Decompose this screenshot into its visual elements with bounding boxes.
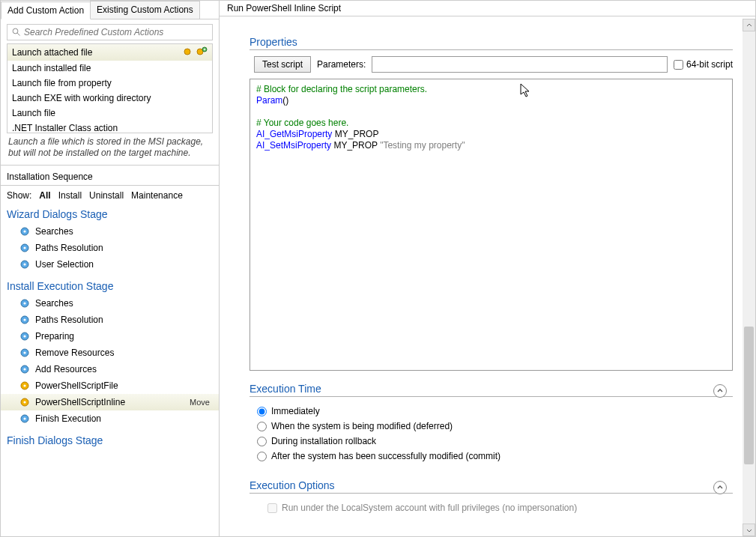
exec-opts-label: Run under the LocalSystem account with f… bbox=[282, 503, 577, 513]
tab-existing-actions[interactable]: Existing Custom Actions bbox=[90, 1, 200, 19]
stage-item[interactable]: Preparing bbox=[1, 328, 219, 345]
search-icon bbox=[12, 28, 21, 37]
stage-item-label: Finish Execution bbox=[35, 413, 101, 424]
stage-header-finish[interactable]: Finish Dialogs Stage bbox=[1, 430, 219, 448]
svg-point-8 bbox=[23, 246, 25, 249]
search-input[interactable] bbox=[24, 27, 208, 37]
stage-item-label: Paths Resolution bbox=[35, 243, 103, 253]
gear-icon bbox=[19, 258, 31, 270]
stage-item[interactable]: Searches bbox=[1, 295, 219, 312]
action-item[interactable]: .NET Installer Class action bbox=[7, 121, 212, 133]
radio-label: When the system is being modified (defer… bbox=[271, 421, 453, 431]
gear-plus-icon[interactable] bbox=[182, 46, 194, 58]
properties-row: Test script Parameters: 64-bit script bbox=[254, 56, 733, 73]
svg-point-18 bbox=[23, 351, 25, 354]
parameters-label: Parameters: bbox=[317, 59, 366, 70]
action-item[interactable]: Launch installed file bbox=[7, 61, 212, 76]
actions-list[interactable]: Launch attached file Launch installed fi… bbox=[7, 43, 213, 133]
gear-add-icon[interactable] bbox=[196, 46, 208, 58]
stage-item-label: Paths Resolution bbox=[35, 315, 103, 325]
tabs: Add Custom Action Existing Custom Action… bbox=[1, 1, 219, 19]
stage-item[interactable]: PowerShellScriptFile bbox=[1, 377, 219, 394]
stage-header-wizard[interactable]: Wizard Dialogs Stage bbox=[1, 204, 219, 222]
svg-point-20 bbox=[23, 368, 25, 370]
collapse-exec-opts[interactable] bbox=[713, 481, 727, 494]
scroll-down-icon[interactable] bbox=[743, 524, 755, 536]
right-body: Properties Test script Parameters: 64-bi… bbox=[220, 16, 755, 536]
exec-time-opt[interactable]: When the system is being modified (defer… bbox=[257, 421, 733, 431]
scroll-thumb[interactable] bbox=[744, 327, 754, 464]
stage-item[interactable]: Remove Resources bbox=[1, 345, 219, 361]
stage-item-label: Remove Resources bbox=[35, 348, 114, 358]
bit64-checkbox[interactable] bbox=[674, 60, 683, 70]
gear-icon bbox=[19, 225, 31, 237]
stage-item[interactable]: Finish Execution bbox=[1, 410, 219, 427]
svg-point-16 bbox=[23, 335, 25, 337]
svg-point-14 bbox=[23, 318, 25, 321]
svg-line-1 bbox=[17, 33, 19, 35]
left-pane: Add Custom Action Existing Custom Action… bbox=[1, 1, 220, 536]
radio-label: Immediately bbox=[271, 406, 320, 416]
svg-point-6 bbox=[23, 230, 25, 232]
collapse-exec-time[interactable] bbox=[713, 384, 727, 398]
svg-point-26 bbox=[23, 417, 25, 419]
search-box[interactable] bbox=[7, 24, 213, 40]
action-item-label: Launch attached file bbox=[12, 47, 92, 58]
tab-add-action[interactable]: Add Custom Action bbox=[1, 1, 91, 19]
action-item[interactable]: Launch file bbox=[7, 106, 212, 121]
parameters-input[interactable] bbox=[372, 56, 668, 73]
show-maintenance[interactable]: Maintenance bbox=[131, 190, 183, 201]
test-script-button[interactable]: Test script bbox=[254, 56, 311, 73]
radio-label: During installation rollback bbox=[271, 436, 376, 446]
script-editor[interactable]: # Block for declaring the script paramet… bbox=[250, 79, 733, 371]
radio-immediately[interactable] bbox=[257, 407, 267, 416]
scrollbar[interactable] bbox=[743, 19, 755, 536]
stage-item[interactable]: Add Resources bbox=[1, 361, 219, 377]
action-item[interactable]: Launch EXE with working directory bbox=[7, 91, 212, 106]
action-item-label: Launch EXE with working directory bbox=[12, 93, 151, 103]
stage-item-label: Searches bbox=[35, 298, 73, 309]
stage-item[interactable]: Searches bbox=[1, 223, 219, 240]
exec-time-opt[interactable]: After the system has been successfully m… bbox=[257, 451, 733, 461]
gear-icon bbox=[19, 413, 31, 425]
right-pane: Run PowerShell Inline Script Properties … bbox=[220, 1, 755, 536]
wizard-items: Searches Paths Resolution User Selection bbox=[1, 222, 219, 276]
action-item[interactable]: Launch attached file bbox=[7, 44, 212, 61]
show-all[interactable]: All bbox=[39, 190, 50, 201]
gear-icon bbox=[19, 297, 31, 309]
stage-item-label: PowerShellScriptFile bbox=[35, 380, 118, 391]
stage-item-label: Searches bbox=[35, 226, 73, 237]
radio-commit[interactable] bbox=[257, 452, 267, 461]
radio-deferred[interactable] bbox=[257, 422, 267, 431]
action-item-label: .NET Installer Class action bbox=[12, 123, 118, 133]
action-item[interactable]: Launch file from property bbox=[7, 76, 212, 91]
bit64-label: 64-bit script bbox=[686, 59, 733, 70]
exec-time-opt[interactable]: Immediately bbox=[257, 406, 733, 416]
stage-item-label: PowerShellScriptInline bbox=[35, 397, 125, 407]
radio-label: After the system has been successfully m… bbox=[271, 451, 501, 461]
stage-item-label: User Selection bbox=[35, 259, 94, 270]
action-item-label: Launch installed file bbox=[12, 63, 91, 73]
sequence-title: Installation Sequence bbox=[1, 167, 219, 183]
scroll-up-icon[interactable] bbox=[743, 19, 755, 31]
move-button[interactable]: Move bbox=[187, 398, 213, 407]
stage-item-selected[interactable]: PowerShellScriptInline Move bbox=[1, 394, 219, 410]
stage-item[interactable]: Paths Resolution bbox=[1, 240, 219, 256]
hint-text: Launch a file which is stored in the MSI… bbox=[1, 136, 219, 163]
svg-point-24 bbox=[23, 401, 25, 403]
gear-icon bbox=[19, 242, 31, 254]
exec-opts-item: Run under the LocalSystem account with f… bbox=[250, 500, 733, 516]
radio-rollback[interactable] bbox=[257, 437, 267, 446]
exec-time-opt[interactable]: During installation rollback bbox=[257, 436, 733, 446]
show-label: Show: bbox=[7, 190, 31, 201]
show-uninstall[interactable]: Uninstall bbox=[89, 190, 124, 201]
bit64-wrap[interactable]: 64-bit script bbox=[674, 59, 733, 70]
stage-header-install[interactable]: Install Execution Stage bbox=[1, 276, 219, 294]
stage-item[interactable]: Paths Resolution bbox=[1, 312, 219, 328]
properties-header: Properties bbox=[250, 24, 733, 50]
svg-point-22 bbox=[23, 384, 25, 386]
show-install[interactable]: Install bbox=[58, 190, 82, 201]
stage-item[interactable]: User Selection bbox=[1, 256, 219, 273]
scroll-track[interactable] bbox=[743, 31, 755, 524]
localsystem-checkbox bbox=[267, 503, 277, 513]
